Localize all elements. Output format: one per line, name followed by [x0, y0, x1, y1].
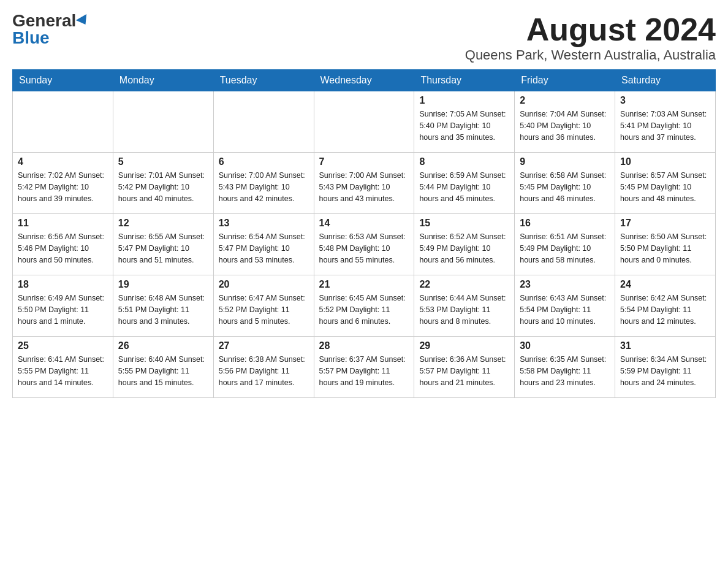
table-row: 9Sunrise: 6:58 AM Sunset: 5:45 PM Daylig… [515, 153, 615, 214]
calendar-header-row: SundayMondayTuesdayWednesdayThursdayFrid… [13, 70, 716, 91]
day-info: Sunrise: 6:53 AM Sunset: 5:48 PM Dayligh… [319, 231, 409, 266]
month-year-title: August 2024 [465, 12, 716, 47]
day-number: 11 [18, 218, 108, 229]
table-row: 8Sunrise: 6:59 AM Sunset: 5:44 PM Daylig… [414, 153, 515, 214]
day-info: Sunrise: 7:05 AM Sunset: 5:40 PM Dayligh… [419, 109, 509, 143]
day-of-week-header: Thursday [414, 70, 515, 91]
day-number: 25 [18, 340, 108, 351]
day-info: Sunrise: 6:55 AM Sunset: 5:47 PM Dayligh… [118, 231, 208, 266]
day-info: Sunrise: 7:01 AM Sunset: 5:42 PM Dayligh… [118, 170, 208, 204]
day-number: 2 [520, 95, 610, 106]
page-header: General Blue August 2024 Queens Park, We… [12, 12, 716, 63]
day-number: 8 [419, 156, 509, 167]
table-row [13, 91, 113, 153]
table-row: 20Sunrise: 6:47 AM Sunset: 5:52 PM Dayli… [213, 275, 314, 337]
day-number: 30 [520, 340, 610, 351]
day-number: 4 [18, 156, 108, 167]
day-info: Sunrise: 7:03 AM Sunset: 5:41 PM Dayligh… [620, 109, 710, 143]
day-of-week-header: Tuesday [213, 70, 314, 91]
day-number: 21 [319, 279, 409, 290]
day-info: Sunrise: 6:37 AM Sunset: 5:57 PM Dayligh… [319, 354, 409, 388]
logo-blue: Blue [12, 29, 50, 47]
calendar-week-row: 4Sunrise: 7:02 AM Sunset: 5:42 PM Daylig… [13, 153, 716, 214]
day-number: 22 [419, 279, 509, 290]
table-row: 29Sunrise: 6:36 AM Sunset: 5:57 PM Dayli… [414, 337, 515, 398]
day-number: 12 [118, 218, 208, 229]
day-of-week-header: Wednesday [314, 70, 414, 91]
table-row: 15Sunrise: 6:52 AM Sunset: 5:49 PM Dayli… [414, 214, 515, 275]
table-row: 5Sunrise: 7:01 AM Sunset: 5:42 PM Daylig… [113, 153, 213, 214]
table-row: 12Sunrise: 6:55 AM Sunset: 5:47 PM Dayli… [113, 214, 213, 275]
table-row: 13Sunrise: 6:54 AM Sunset: 5:47 PM Dayli… [213, 214, 314, 275]
day-info: Sunrise: 6:49 AM Sunset: 5:50 PM Dayligh… [18, 293, 108, 327]
day-info: Sunrise: 6:58 AM Sunset: 5:45 PM Dayligh… [520, 170, 610, 204]
table-row: 10Sunrise: 6:57 AM Sunset: 5:45 PM Dayli… [615, 153, 716, 214]
table-row: 23Sunrise: 6:43 AM Sunset: 5:54 PM Dayli… [515, 275, 615, 337]
table-row: 14Sunrise: 6:53 AM Sunset: 5:48 PM Dayli… [314, 214, 414, 275]
table-row: 19Sunrise: 6:48 AM Sunset: 5:51 PM Dayli… [113, 275, 213, 337]
day-info: Sunrise: 6:47 AM Sunset: 5:52 PM Dayligh… [219, 293, 309, 327]
table-row: 6Sunrise: 7:00 AM Sunset: 5:43 PM Daylig… [213, 153, 314, 214]
table-row: 4Sunrise: 7:02 AM Sunset: 5:42 PM Daylig… [13, 153, 113, 214]
table-row: 30Sunrise: 6:35 AM Sunset: 5:58 PM Dayli… [515, 337, 615, 398]
day-info: Sunrise: 6:54 AM Sunset: 5:47 PM Dayligh… [219, 231, 309, 266]
day-number: 19 [118, 279, 208, 290]
day-number: 27 [219, 340, 309, 351]
calendar-week-row: 1Sunrise: 7:05 AM Sunset: 5:40 PM Daylig… [13, 91, 716, 153]
table-row: 3Sunrise: 7:03 AM Sunset: 5:41 PM Daylig… [615, 91, 716, 153]
day-number: 7 [319, 156, 409, 167]
table-row: 11Sunrise: 6:56 AM Sunset: 5:46 PM Dayli… [13, 214, 113, 275]
title-section: August 2024 Queens Park, Western Austral… [465, 12, 716, 63]
day-info: Sunrise: 6:38 AM Sunset: 5:56 PM Dayligh… [219, 354, 309, 388]
day-number: 29 [419, 340, 509, 351]
day-info: Sunrise: 7:00 AM Sunset: 5:43 PM Dayligh… [219, 170, 309, 204]
location-subtitle: Queens Park, Western Australia, Australi… [465, 47, 716, 63]
logo-arrow-icon [76, 14, 91, 28]
day-number: 31 [620, 340, 710, 351]
calendar-week-row: 18Sunrise: 6:49 AM Sunset: 5:50 PM Dayli… [13, 275, 716, 337]
day-of-week-header: Friday [515, 70, 615, 91]
day-info: Sunrise: 6:52 AM Sunset: 5:49 PM Dayligh… [419, 231, 509, 266]
day-of-week-header: Saturday [615, 70, 716, 91]
table-row [113, 91, 213, 153]
day-of-week-header: Sunday [13, 70, 113, 91]
day-info: Sunrise: 6:56 AM Sunset: 5:46 PM Dayligh… [18, 231, 108, 266]
logo: General Blue [12, 12, 89, 47]
day-number: 18 [18, 279, 108, 290]
day-info: Sunrise: 7:02 AM Sunset: 5:42 PM Dayligh… [18, 170, 108, 204]
day-number: 13 [219, 218, 309, 229]
day-of-week-header: Monday [113, 70, 213, 91]
day-number: 5 [118, 156, 208, 167]
day-number: 15 [419, 218, 509, 229]
table-row: 7Sunrise: 7:00 AM Sunset: 5:43 PM Daylig… [314, 153, 414, 214]
day-info: Sunrise: 6:48 AM Sunset: 5:51 PM Dayligh… [118, 293, 208, 327]
day-number: 24 [620, 279, 710, 290]
table-row: 22Sunrise: 6:44 AM Sunset: 5:53 PM Dayli… [414, 275, 515, 337]
day-number: 3 [620, 95, 710, 106]
table-row: 25Sunrise: 6:41 AM Sunset: 5:55 PM Dayli… [13, 337, 113, 398]
day-info: Sunrise: 6:44 AM Sunset: 5:53 PM Dayligh… [419, 293, 509, 327]
day-number: 6 [219, 156, 309, 167]
table-row: 2Sunrise: 7:04 AM Sunset: 5:40 PM Daylig… [515, 91, 615, 153]
logo-general: General [12, 12, 76, 29]
day-number: 23 [520, 279, 610, 290]
table-row: 31Sunrise: 6:34 AM Sunset: 5:59 PM Dayli… [615, 337, 716, 398]
day-number: 20 [219, 279, 309, 290]
day-info: Sunrise: 7:04 AM Sunset: 5:40 PM Dayligh… [520, 109, 610, 143]
day-number: 9 [520, 156, 610, 167]
table-row: 24Sunrise: 6:42 AM Sunset: 5:54 PM Dayli… [615, 275, 716, 337]
table-row: 21Sunrise: 6:45 AM Sunset: 5:52 PM Dayli… [314, 275, 414, 337]
day-info: Sunrise: 7:00 AM Sunset: 5:43 PM Dayligh… [319, 170, 409, 204]
day-info: Sunrise: 6:42 AM Sunset: 5:54 PM Dayligh… [620, 293, 710, 327]
table-row: 27Sunrise: 6:38 AM Sunset: 5:56 PM Dayli… [213, 337, 314, 398]
day-number: 10 [620, 156, 710, 167]
day-info: Sunrise: 6:34 AM Sunset: 5:59 PM Dayligh… [620, 354, 710, 388]
table-row: 1Sunrise: 7:05 AM Sunset: 5:40 PM Daylig… [414, 91, 515, 153]
day-number: 28 [319, 340, 409, 351]
day-info: Sunrise: 6:51 AM Sunset: 5:49 PM Dayligh… [520, 231, 610, 266]
day-number: 1 [419, 95, 509, 106]
day-info: Sunrise: 6:43 AM Sunset: 5:54 PM Dayligh… [520, 293, 610, 327]
day-info: Sunrise: 6:50 AM Sunset: 5:50 PM Dayligh… [620, 231, 710, 266]
calendar-week-row: 11Sunrise: 6:56 AM Sunset: 5:46 PM Dayli… [13, 214, 716, 275]
day-number: 14 [319, 218, 409, 229]
